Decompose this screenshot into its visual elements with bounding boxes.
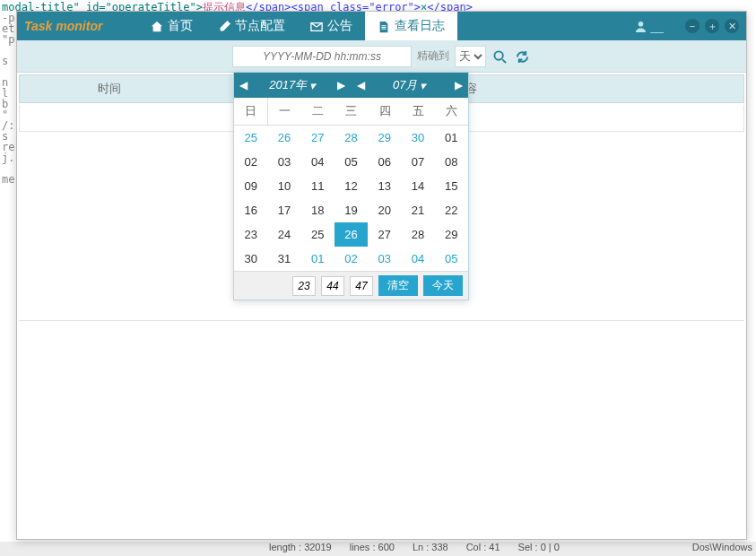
clear-button[interactable]: 清空 [378, 275, 418, 296]
month-next-button[interactable]: ▶ [455, 79, 463, 91]
day-cell[interactable]: 04 [401, 247, 434, 271]
column-time: 时间 [20, 75, 199, 102]
today-button[interactable]: 今天 [423, 275, 463, 296]
month-prev-button[interactable]: ◀ [357, 79, 365, 91]
day-cell[interactable]: 31 [267, 247, 300, 271]
day-cell[interactable]: 04 [301, 150, 335, 174]
day-cell[interactable]: 19 [335, 198, 368, 222]
status-encoding: Dos\Windows [692, 542, 756, 556]
year-prev-button[interactable]: ◀ [239, 79, 248, 91]
day-cell[interactable]: 16 [234, 198, 267, 222]
day-cell[interactable]: 26 [267, 126, 300, 150]
chevron-down-icon: __ [651, 20, 664, 33]
day-cell[interactable]: 03 [368, 247, 401, 271]
day-cell[interactable]: 24 [267, 222, 300, 247]
day-cell[interactable]: 11 [301, 174, 335, 198]
nav-config-label: 节点配置 [235, 18, 285, 34]
day-cell[interactable]: 06 [368, 150, 401, 174]
day-cell[interactable]: 29 [368, 126, 401, 150]
toolbar: 精确到 天 [17, 40, 746, 73]
minute-input[interactable] [321, 276, 344, 296]
nav: 首页 节点配置 公告 查看日志 [138, 12, 457, 40]
footer-panel [19, 320, 744, 539]
calendar-footer: 清空 今天 [234, 271, 468, 300]
day-cell[interactable]: 22 [435, 198, 468, 222]
calendar-weekdays: 日一二三四五六 [234, 98, 468, 126]
month-label[interactable]: 07月▾ [393, 77, 426, 93]
day-cell[interactable]: 25 [234, 126, 267, 150]
calendar-grid: 2526272829300102030405060708091011121314… [234, 126, 468, 271]
day-cell[interactable]: 15 [435, 174, 468, 198]
day-cell[interactable]: 17 [267, 198, 300, 222]
second-input[interactable] [350, 276, 373, 296]
day-cell[interactable]: 02 [234, 150, 267, 174]
day-cell[interactable]: 26 [335, 222, 368, 247]
status-length: length : 32019 [269, 542, 332, 556]
day-cell[interactable]: 01 [435, 126, 468, 150]
precision-label: 精确到 [417, 48, 449, 64]
weekday-cell: 五 [402, 98, 435, 125]
precision-select[interactable]: 天 [455, 46, 486, 67]
day-cell[interactable]: 09 [234, 174, 267, 198]
day-cell[interactable]: 25 [301, 222, 335, 247]
user-menu[interactable]: __ [634, 19, 664, 33]
nav-notice[interactable]: 公告 [298, 12, 365, 40]
year-label[interactable]: 2017年▾ [269, 77, 316, 93]
day-cell[interactable]: 03 [267, 150, 300, 174]
day-cell[interactable]: 28 [401, 222, 434, 247]
nav-logs-label: 查看日志 [395, 18, 445, 34]
search-button[interactable] [491, 48, 508, 65]
calendar-header: ◀ 2017年▾ ▶ ◀ 07月▾ ▶ [234, 73, 468, 98]
nav-config[interactable]: 节点配置 [205, 12, 298, 40]
nav-notice-label: 公告 [327, 18, 352, 34]
minimize-button[interactable]: − [685, 19, 700, 33]
day-cell[interactable]: 13 [368, 174, 401, 198]
nav-logs[interactable]: 查看日志 [365, 12, 457, 40]
weekday-cell: 四 [369, 98, 402, 125]
caret-down-icon: ▾ [309, 79, 316, 92]
svg-point-2 [494, 52, 502, 60]
day-cell[interactable]: 27 [301, 126, 335, 150]
envelope-icon [310, 19, 323, 33]
day-cell[interactable]: 30 [234, 247, 267, 271]
day-cell[interactable]: 02 [335, 247, 368, 271]
status-ln: Ln : 338 [413, 542, 448, 556]
app-title: Task monitor [24, 19, 102, 33]
day-cell[interactable]: 10 [267, 174, 300, 198]
day-cell[interactable]: 30 [401, 126, 434, 150]
day-cell[interactable]: 05 [435, 247, 468, 271]
datetime-input[interactable] [232, 46, 412, 67]
weekday-cell: 一 [268, 98, 301, 125]
day-cell[interactable]: 05 [335, 150, 368, 174]
nav-home[interactable]: 首页 [138, 12, 205, 40]
nav-home-label: 首页 [168, 18, 193, 34]
day-cell[interactable]: 29 [435, 222, 468, 247]
maximize-button[interactable]: ＋ [705, 19, 719, 33]
document-icon [378, 19, 390, 33]
day-cell[interactable]: 01 [301, 247, 335, 271]
date-picker: ◀ 2017年▾ ▶ ◀ 07月▾ ▶ 日一二三四五六 252627282930… [233, 72, 469, 300]
hour-input[interactable] [292, 276, 316, 296]
pencil-icon [218, 19, 230, 33]
refresh-button[interactable] [514, 48, 531, 65]
weekday-cell: 二 [301, 98, 335, 125]
day-cell[interactable]: 12 [335, 174, 368, 198]
day-cell[interactable]: 27 [368, 222, 401, 247]
status-sel: Sel : 0 | 0 [518, 542, 560, 556]
window-controls: __ − ＋ ✕ [634, 19, 739, 33]
user-icon [634, 19, 647, 33]
weekday-cell: 日 [234, 98, 268, 125]
home-icon [151, 19, 163, 33]
day-cell[interactable]: 21 [401, 198, 434, 222]
day-cell[interactable]: 08 [435, 150, 468, 174]
day-cell[interactable]: 18 [301, 198, 335, 222]
year-next-button[interactable]: ▶ [337, 79, 345, 91]
close-button[interactable]: ✕ [725, 19, 739, 33]
weekday-cell: 三 [335, 98, 368, 125]
day-cell[interactable]: 07 [401, 150, 434, 174]
day-cell[interactable]: 20 [368, 198, 401, 222]
day-cell[interactable]: 23 [234, 222, 267, 247]
status-col: Col : 41 [466, 542, 500, 556]
day-cell[interactable]: 28 [335, 126, 368, 150]
day-cell[interactable]: 14 [401, 174, 434, 198]
